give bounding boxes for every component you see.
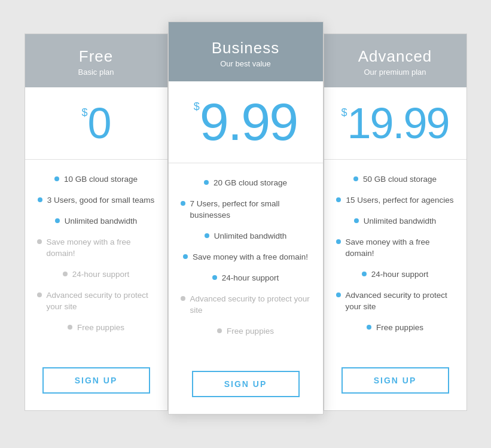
list-item: Save money with a free domain! (336, 237, 455, 260)
active-bullet-icon (55, 218, 60, 223)
feature-text-advanced-6: Free puppies (376, 322, 423, 334)
feature-text-free-5: Advanced security to protect your site (47, 290, 155, 313)
inactive-bullet-icon (217, 328, 222, 333)
feature-text-free-1: 3 Users, good for small teams (47, 195, 154, 206)
list-item: Free puppies (336, 322, 455, 334)
list-item: Save money with a free domain! (37, 237, 155, 260)
list-item: Free puppies (37, 322, 155, 334)
amount-free: 0 (87, 102, 110, 145)
inactive-bullet-icon (181, 296, 185, 301)
list-item: Advanced security to protect your site (37, 290, 155, 313)
list-item: 10 GB cloud storage (37, 174, 155, 185)
currency-advanced: $ (341, 106, 347, 119)
feature-text-free-4: 24-hour support (72, 269, 129, 281)
plan-header-advanced: AdvancedOur premium plan (324, 34, 466, 87)
active-bullet-icon (354, 218, 359, 223)
feature-text-advanced-3: Save money with a free domain! (346, 237, 455, 260)
feature-text-advanced-0: 50 GB cloud storage (363, 174, 437, 185)
feature-text-business-2: Unlimited bandwidth (214, 231, 287, 242)
plan-tagline-free: Basic plan (35, 68, 158, 77)
plan-cta-free: SIGN UP (25, 358, 167, 410)
inactive-bullet-icon (63, 272, 68, 276)
plan-features-free: 10 GB cloud storage3 Users, good for sma… (25, 160, 167, 357)
list-item: Unlimited bandwidth (37, 216, 155, 227)
feature-text-free-6: Free puppies (77, 322, 124, 334)
currency-free: $ (81, 106, 87, 119)
signup-button-advanced[interactable]: SIGN UP (341, 367, 449, 394)
feature-text-business-0: 20 GB cloud storage (214, 178, 287, 189)
plan-card-business: BusinessOur best value$9.9920 GB cloud s… (168, 22, 324, 414)
plan-features-business: 20 GB cloud storage7 Users, perfect for … (169, 163, 323, 361)
list-item: Unlimited bandwidth (336, 216, 455, 227)
list-item: 20 GB cloud storage (181, 178, 311, 189)
active-bullet-icon (336, 292, 341, 297)
active-bullet-icon (205, 233, 209, 238)
list-item: 24-hour support (37, 269, 155, 281)
feature-text-free-3: Save money with a free domain! (47, 237, 155, 260)
feature-text-business-3: Save money with a free domain! (193, 252, 308, 263)
list-item: Save money with a free domain! (181, 252, 311, 263)
active-bullet-icon (336, 239, 341, 244)
plan-header-free: FreeBasic plan (25, 34, 167, 87)
list-item: 3 Users, good for small teams (37, 195, 155, 206)
plan-cta-advanced: SIGN UP (324, 358, 466, 410)
plan-features-advanced: 50 GB cloud storage15 Users, perfect for… (324, 160, 466, 357)
inactive-bullet-icon (68, 325, 72, 330)
list-item: Advanced security to protect your site (336, 290, 455, 313)
active-bullet-icon (54, 176, 59, 181)
currency-business: $ (194, 100, 200, 113)
active-bullet-icon (336, 197, 341, 202)
list-item: Advanced security to protect your site (181, 294, 311, 316)
active-bullet-icon (181, 201, 185, 206)
feature-text-advanced-2: Unlimited bandwidth (364, 216, 437, 227)
list-item: 24-hour support (181, 273, 311, 284)
list-item: Unlimited bandwidth (181, 231, 311, 242)
plan-price-free: $0 (25, 87, 167, 160)
feature-text-business-5: Advanced security to protect your site (190, 294, 311, 316)
list-item: 15 Users, perfect for agencies (336, 195, 455, 206)
list-item: 7 Users, perfect for small businesses (181, 199, 311, 221)
active-bullet-icon (362, 272, 367, 276)
feature-text-free-2: Unlimited bandwidth (65, 216, 138, 227)
feature-text-advanced-4: 24-hour support (371, 269, 428, 281)
list-item: 50 GB cloud storage (336, 174, 455, 185)
plan-tagline-advanced: Our premium plan (334, 68, 457, 77)
feature-text-business-1: 7 Users, perfect for small businesses (190, 199, 311, 221)
feature-text-business-4: 24-hour support (222, 273, 279, 284)
plan-header-business: BusinessOur best value (169, 22, 323, 81)
list-item: Free puppies (181, 326, 311, 337)
plan-name-business: Business (178, 39, 313, 57)
plan-card-free: FreeBasic plan$010 GB cloud storage3 Use… (25, 33, 168, 410)
active-bullet-icon (204, 180, 209, 185)
signup-button-free[interactable]: SIGN UP (42, 367, 150, 394)
pricing-container: FreeBasic plan$010 GB cloud storage3 Use… (7, 22, 485, 426)
inactive-bullet-icon (37, 239, 42, 244)
amount-business: 9.99 (200, 96, 297, 148)
plan-price-business: $9.99 (169, 81, 323, 163)
feature-text-business-6: Free puppies (227, 326, 274, 337)
feature-text-advanced-5: Advanced security to protect your site (346, 290, 455, 313)
active-bullet-icon (353, 176, 358, 181)
active-bullet-icon (367, 325, 371, 330)
feature-text-advanced-1: 15 Users, perfect for agencies (346, 195, 453, 206)
amount-advanced: 19.99 (347, 102, 449, 145)
inactive-bullet-icon (37, 292, 42, 297)
plan-cta-business: SIGN UP (169, 361, 323, 414)
plan-price-advanced: $19.99 (324, 87, 466, 160)
list-item: 24-hour support (336, 269, 455, 281)
feature-text-free-0: 10 GB cloud storage (64, 174, 138, 185)
plan-name-advanced: Advanced (334, 47, 457, 66)
plan-name-free: Free (35, 47, 158, 66)
plan-tagline-business: Our best value (178, 59, 313, 68)
active-bullet-icon (38, 197, 42, 202)
active-bullet-icon (212, 275, 217, 280)
active-bullet-icon (183, 254, 188, 259)
signup-button-business[interactable]: SIGN UP (192, 371, 300, 397)
plan-card-advanced: AdvancedOur premium plan$19.9950 GB clou… (324, 33, 467, 410)
